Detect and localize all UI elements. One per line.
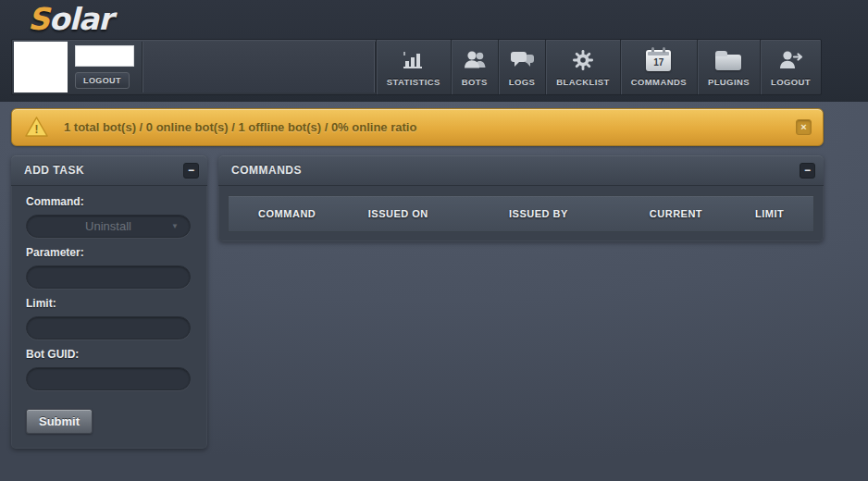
nav-item-label: BLACKLIST bbox=[556, 77, 609, 87]
nav-item-label: STATISTICS bbox=[387, 77, 440, 87]
submit-button[interactable]: Submit bbox=[26, 409, 93, 434]
warning-glyph: ! bbox=[35, 123, 39, 136]
bot-guid-label: Bot GUID: bbox=[26, 348, 192, 361]
bot-guid-input[interactable] bbox=[26, 367, 191, 390]
mini-logout-button[interactable]: LOGOUT bbox=[75, 72, 130, 89]
add-task-body: Command: Uninstall ▼ Parameter: Limit: B… bbox=[11, 186, 207, 449]
add-task-title: ADD TASK bbox=[24, 164, 84, 177]
user-cell: LOGOUT bbox=[69, 40, 142, 94]
add-task-collapse-button[interactable]: − bbox=[183, 163, 199, 179]
calendar-strip bbox=[648, 52, 669, 56]
limit-input[interactable] bbox=[26, 316, 191, 339]
users-icon bbox=[462, 48, 488, 73]
top-header: Solar LOGOUT STATISTIC bbox=[0, 0, 868, 102]
nav-item-plugins[interactable]: PLUGINS bbox=[697, 40, 760, 94]
parameter-label: Parameter: bbox=[26, 246, 192, 259]
commands-panel: COMMANDS − COMMAND ISSUED ON ISSUED BY C… bbox=[218, 155, 824, 241]
nav-item-label: LOGOUT bbox=[771, 77, 811, 87]
commands-title: COMMANDS bbox=[231, 164, 302, 177]
nav-item-label: PLUGINS bbox=[708, 77, 750, 87]
content-row: ADD TASK − Command: Uninstall ▼ Paramete… bbox=[11, 155, 824, 449]
logo-first-letter: S bbox=[28, 1, 49, 37]
chat-bubbles-icon bbox=[510, 48, 535, 73]
calendar-icon: 17 bbox=[646, 48, 671, 73]
alert-close-button[interactable]: × bbox=[796, 119, 812, 135]
nav-item-label: BOTS bbox=[462, 77, 488, 87]
column-header-issued-on: ISSUED ON bbox=[345, 208, 451, 219]
commands-body: COMMAND ISSUED ON ISSUED BY CURRENT LIMI… bbox=[218, 186, 824, 241]
nav-item-label: LOGS bbox=[509, 77, 536, 87]
bar-chart-icon bbox=[402, 48, 426, 73]
avatar bbox=[14, 42, 68, 92]
nav-item-logout[interactable]: LOGOUT bbox=[760, 40, 821, 94]
add-task-header: ADD TASK − bbox=[11, 155, 207, 186]
user-field[interactable] bbox=[75, 45, 134, 67]
gear-icon bbox=[572, 48, 594, 73]
user-arrow-icon bbox=[776, 48, 804, 73]
column-header-current: CURRENT bbox=[626, 208, 725, 219]
main-area: ! 1 total bot(s) / 0 online bot(s) / 1 o… bbox=[0, 102, 868, 481]
column-header-limit: LIMIT bbox=[725, 208, 813, 219]
logo-rest: olar bbox=[49, 1, 113, 37]
nav-item-bots[interactable]: BOTS bbox=[451, 40, 498, 94]
warning-icon: ! bbox=[24, 116, 49, 139]
nav-item-label: COMMANDS bbox=[631, 77, 687, 87]
nav-item-blacklist[interactable]: BLACKLIST bbox=[545, 40, 619, 94]
commands-collapse-button[interactable]: − bbox=[800, 163, 815, 179]
app-logo: Solar bbox=[0, 0, 868, 37]
folder-icon bbox=[715, 48, 741, 73]
command-select-value: Uninstall bbox=[85, 219, 131, 233]
parameter-input[interactable] bbox=[26, 265, 191, 289]
command-select[interactable]: Uninstall ▼ bbox=[26, 215, 191, 238]
command-label: Command: bbox=[26, 195, 192, 208]
status-alert: ! 1 total bot(s) / 0 online bot(s) / 1 o… bbox=[11, 108, 824, 146]
column-header-command: COMMAND bbox=[229, 208, 345, 219]
chevron-down-icon: ▼ bbox=[171, 222, 179, 230]
limit-label: Limit: bbox=[26, 297, 192, 310]
nav-item-statistics[interactable]: STATISTICS bbox=[376, 40, 451, 94]
nav-bar: LOGOUT STATISTICS bbox=[11, 39, 822, 95]
nav-item-logs[interactable]: LOGS bbox=[498, 40, 546, 94]
add-task-panel: ADD TASK − Command: Uninstall ▼ Paramete… bbox=[11, 155, 207, 449]
nav-item-commands[interactable]: 17 COMMANDS bbox=[620, 40, 697, 94]
calendar-day: 17 bbox=[653, 58, 663, 68]
alert-message: 1 total bot(s) / 0 online bot(s) / 1 off… bbox=[64, 120, 416, 134]
column-header-issued-by: ISSUED BY bbox=[451, 208, 626, 219]
nav-spacer-panel bbox=[142, 42, 376, 92]
commands-header: COMMANDS − bbox=[218, 155, 824, 186]
commands-table-header: COMMAND ISSUED ON ISSUED BY CURRENT LIMI… bbox=[228, 195, 814, 232]
